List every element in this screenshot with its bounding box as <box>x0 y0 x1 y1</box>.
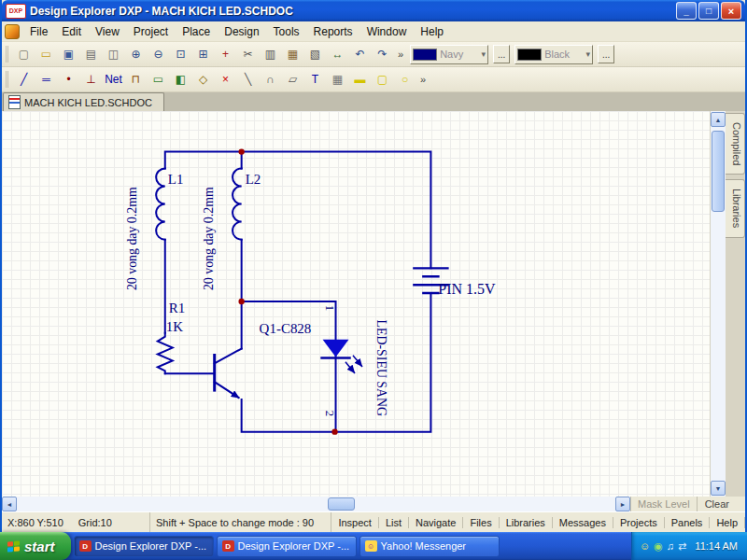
zoom-out-icon[interactable]: ⊖ <box>148 44 169 64</box>
bus-tool-icon[interactable]: ═ <box>35 69 57 90</box>
pin-1-label: 1 <box>323 305 337 311</box>
save-icon[interactable]: ▣ <box>58 44 79 64</box>
status-hint: Shift + Space to change mode : 90 <box>150 512 331 532</box>
text-tool-icon[interactable]: T <box>304 69 326 90</box>
task-button-design-explorer-2[interactable]: D Design Explorer DXP -... <box>217 536 357 557</box>
redo-icon[interactable]: ↷ <box>372 44 393 64</box>
grid-toggle-icon[interactable]: ▦ <box>327 69 348 90</box>
gnd-power-port-icon[interactable]: ⊥ <box>80 69 102 90</box>
zoom-area-icon[interactable]: ⊞ <box>192 44 214 64</box>
paste-icon[interactable]: ▦ <box>282 44 303 64</box>
cross-probe-icon[interactable]: + <box>215 44 236 64</box>
yahoo-tray-icon[interactable]: ☺ <box>640 541 650 552</box>
no-erc-icon[interactable]: × <box>215 69 236 90</box>
print-preview-icon[interactable]: ◫ <box>103 44 124 64</box>
rounded-rect-tool-icon[interactable]: ▢ <box>372 69 393 90</box>
start-button[interactable]: start <box>0 532 71 560</box>
toolbar-grip[interactable] <box>6 71 8 88</box>
scroll-down-icon[interactable]: ▼ <box>711 481 726 496</box>
sheet-symbol-icon[interactable]: ▭ <box>148 69 169 90</box>
document-tab-active[interactable]: MACH KICH LED.SCHDOC <box>3 92 164 111</box>
horizontal-scroll-track[interactable] <box>17 497 615 511</box>
horizontal-scroll-thumb[interactable] <box>328 497 355 511</box>
scroll-right-icon[interactable]: ► <box>615 497 630 511</box>
sheet-entry-icon[interactable]: ◧ <box>170 69 191 90</box>
cursor-coordinates: X:860 Y:510 <box>7 517 63 528</box>
side-tab-compiled[interactable]: Compiled <box>726 113 745 175</box>
menu-tools[interactable]: Tools <box>267 23 306 40</box>
menu-window[interactable]: Window <box>360 23 414 40</box>
zoom-in-icon[interactable]: ⊕ <box>125 44 147 64</box>
files-panel-button[interactable]: Files <box>463 517 499 528</box>
wire-tool-icon[interactable]: ╱ <box>13 69 35 90</box>
menu-design[interactable]: Design <box>218 23 265 40</box>
toolbar-grip[interactable] <box>6 46 8 63</box>
ellipse-tool-icon[interactable]: ○ <box>394 69 416 90</box>
color-picker-black[interactable]: Black ▾ <box>514 45 593 64</box>
mask-level-button[interactable]: Mask Level <box>631 497 698 511</box>
led-emission-arrows <box>346 362 355 372</box>
more-colors-button-2[interactable]: ... <box>598 45 614 63</box>
app-window: DXP Design Explorer DXP - MACH KICH LED.… <box>0 0 747 532</box>
inspect-button[interactable]: Inspect <box>331 517 378 528</box>
list-button[interactable]: List <box>379 517 409 528</box>
status-tray-icon[interactable]: ◉ <box>654 541 663 552</box>
open-folder-icon[interactable]: ▭ <box>35 44 57 64</box>
horizontal-scroll-row: ◄ ► Mask Level Clear <box>2 497 745 511</box>
scroll-left-icon[interactable]: ◄ <box>2 497 17 511</box>
move-icon[interactable]: ↔ <box>327 44 348 64</box>
transistor-designator: Q1-C828 <box>260 321 312 336</box>
menu-view[interactable]: View <box>89 23 126 40</box>
junction-dots <box>238 148 337 434</box>
menu-place[interactable]: Place <box>176 23 217 40</box>
undo-icon[interactable]: ↶ <box>349 44 371 64</box>
vertical-scroll-thumb[interactable] <box>712 131 725 212</box>
color-picker-navy[interactable]: Navy ▾ <box>410 45 488 64</box>
messages-panel-button[interactable]: Messages <box>553 517 613 528</box>
new-document-icon[interactable]: ▢ <box>13 44 35 64</box>
toolbar-overflow-chevron[interactable]: » <box>416 74 430 85</box>
vertical-scrollbar[interactable]: ▲ ▼ <box>710 111 726 497</box>
zoom-fit-icon[interactable]: ⊡ <box>170 44 191 64</box>
part-tool-icon[interactable]: ⊓ <box>125 69 147 90</box>
horizontal-scrollbar[interactable]: ◄ ► <box>2 497 630 511</box>
clear-button[interactable]: Clear <box>698 498 737 510</box>
schematic-canvas[interactable]: L1 L2 20 vong day 0.2mm 20 vong day 0.2m… <box>2 111 710 497</box>
circuit-wires <box>156 152 447 432</box>
rectangle-tool-icon[interactable]: ▬ <box>349 69 371 90</box>
help-panel-button[interactable]: Help <box>710 517 745 528</box>
polygon-tool-icon[interactable]: ▱ <box>282 69 303 90</box>
junction-tool-icon[interactable]: • <box>58 69 79 90</box>
menu-edit[interactable]: Edit <box>55 23 88 40</box>
network-tray-icon[interactable]: ⇄ <box>678 541 686 552</box>
panels-button[interactable]: Panels <box>665 517 711 528</box>
menu-reports[interactable]: Reports <box>307 23 359 40</box>
minimize-button[interactable]: _ <box>676 2 697 20</box>
projects-panel-button[interactable]: Projects <box>613 517 665 528</box>
task-button-yahoo-messenger[interactable]: ☺ Yahoo! Messenger <box>359 536 500 557</box>
port-tool-icon[interactable]: ◇ <box>192 69 214 90</box>
toolbar-overflow-chevron[interactable]: » <box>394 49 407 60</box>
task-button-design-explorer-1[interactable]: D Design Explorer DXP -... <box>74 536 214 557</box>
cut-icon[interactable]: ✂ <box>237 44 259 64</box>
close-button[interactable]: × <box>721 2 741 20</box>
libraries-panel-button[interactable]: Libraries <box>500 517 553 528</box>
net-label-icon[interactable]: Net <box>103 69 124 90</box>
navigate-button[interactable]: Navigate <box>409 517 463 528</box>
window-controls: _ □ × <box>674 2 741 20</box>
menu-project[interactable]: Project <box>127 23 175 40</box>
line-tool-icon[interactable]: ╲ <box>237 69 259 90</box>
dxp-menu-icon[interactable] <box>5 24 20 39</box>
copy-icon[interactable]: ▥ <box>260 44 281 64</box>
more-colors-button-1[interactable]: ... <box>493 45 510 63</box>
volume-tray-icon[interactable]: ♫ <box>667 541 674 552</box>
side-tab-libraries[interactable]: Libraries <box>726 179 745 237</box>
scroll-up-icon[interactable]: ▲ <box>711 112 726 127</box>
maximize-button[interactable]: □ <box>698 2 719 20</box>
menu-help[interactable]: Help <box>414 23 450 40</box>
title-bar[interactable]: DXP Design Explorer DXP - MACH KICH LED.… <box>2 0 745 21</box>
menu-file[interactable]: File <box>23 23 54 40</box>
select-area-icon[interactable]: ▧ <box>304 44 326 64</box>
print-icon[interactable]: ▤ <box>80 44 102 64</box>
arc-tool-icon[interactable]: ∩ <box>260 69 281 90</box>
